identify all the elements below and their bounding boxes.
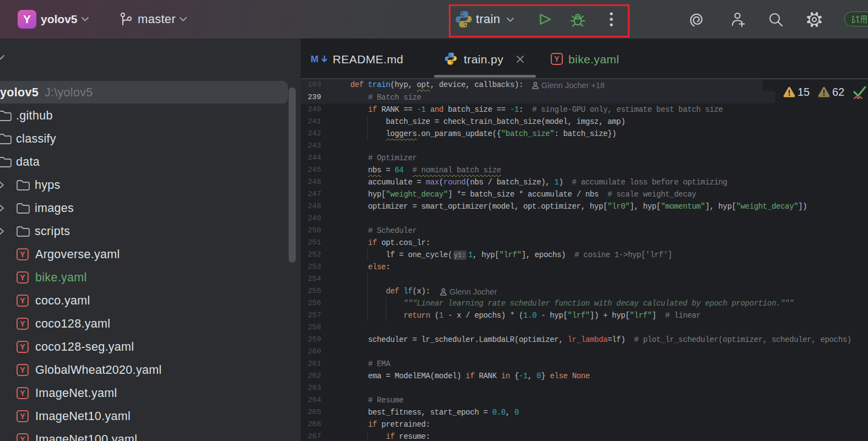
svg-text:M: M	[311, 54, 318, 64]
